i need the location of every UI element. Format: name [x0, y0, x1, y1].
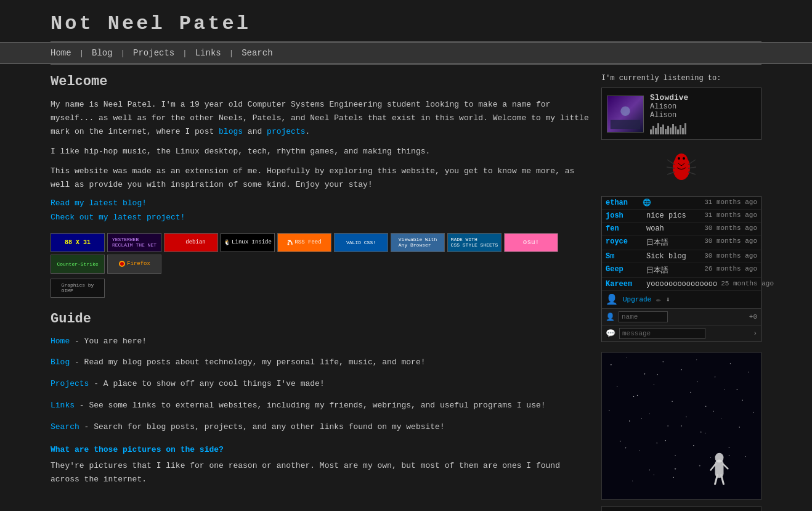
svg-point-42 — [721, 419, 721, 419]
badge-valid-css: VALID CSS! — [334, 233, 388, 252]
svg-point-48 — [675, 455, 675, 456]
svg-point-30 — [654, 384, 654, 385]
shout-time-ethan: 31 months ago — [704, 198, 757, 207]
svg-point-32 — [690, 392, 691, 393]
what-those-heading: What are those pictures on the side? — [51, 445, 589, 454]
svg-point-50 — [710, 457, 711, 458]
shout-user-royce: royce — [606, 237, 643, 248]
shout-msg-ethan — [654, 198, 704, 207]
svg-point-37 — [629, 420, 630, 421]
nav-blog[interactable]: Blog — [92, 48, 113, 58]
svg-point-33 — [705, 406, 706, 407]
starfield-bg — [602, 353, 761, 499]
shout-time-royce: 30 months ago — [704, 237, 757, 248]
badge-row: 88 X 31 YESTERWEBRECLAIM THE NET debian … — [51, 233, 589, 274]
shout-msg-kareem: yooooooooooooooo — [643, 280, 721, 288]
svg-point-43 — [739, 427, 740, 428]
svg-point-4 — [120, 262, 124, 266]
lastfm-info: Slowdive Alison Alison — [650, 93, 756, 134]
svg-point-23 — [681, 369, 681, 370]
badge-viewable: Viewable WithAny Browser — [391, 233, 445, 252]
shout-message-input[interactable] — [619, 328, 705, 339]
shout-time-sm: 30 months ago — [704, 252, 757, 261]
shout-entry-ethan: ethan 🌐 31 months ago — [602, 197, 761, 210]
guide-item-blog: Blog - Read my blog posts about technolo… — [51, 356, 589, 369]
nav-sep-2: | — [120, 49, 130, 58]
lastfm-artist: Slowdive — [650, 93, 756, 102]
blogs-link[interactable]: blogs — [219, 127, 243, 136]
latest-project-link[interactable]: Check out my latest project! — [51, 213, 589, 222]
spider-widget — [601, 146, 761, 186]
nav-links[interactable]: Links — [195, 48, 221, 58]
svg-line-17 — [688, 172, 696, 174]
svg-point-52 — [745, 456, 746, 457]
nav-bar: Home | Blog | Projects | Links | Search — [0, 42, 812, 64]
shoutbox-message-row: 💬 › — [602, 325, 761, 341]
what-those-answer: They're pictures that I like for one rea… — [51, 459, 589, 486]
nav-sep-4: | — [229, 49, 239, 58]
shout-user-kareem: Kareem — [606, 280, 643, 288]
badge-linux: 🐧Linux Inside — [221, 233, 275, 252]
svg-point-61 — [699, 465, 700, 467]
svg-line-12 — [667, 160, 675, 165]
latest-blog-link[interactable]: Read my latest blog! — [51, 198, 589, 208]
svg-line-57 — [711, 464, 716, 470]
svg-point-28 — [617, 386, 617, 386]
badge-osu: osu! — [504, 233, 558, 252]
badge-firefox: Firefox — [107, 255, 161, 274]
shoutbox: ethan 🌐 31 months ago josh nice pics 31 … — [601, 196, 761, 342]
shout-msg-fen: woah — [643, 224, 704, 233]
svg-point-0 — [177, 239, 183, 245]
svg-point-6 — [620, 106, 630, 115]
listening-widget: I'm currently listening to: — [601, 74, 761, 186]
svg-rect-64 — [602, 507, 761, 511]
nav-search[interactable]: Search — [242, 48, 272, 58]
nav-projects[interactable]: Projects — [133, 48, 174, 58]
svg-point-10 — [678, 157, 680, 160]
guide-links-link[interactable]: Links — [51, 401, 75, 410]
nav-sep-3: | — [182, 49, 192, 58]
guide-item-projects: Projects - A place to show off any cool … — [51, 378, 589, 391]
arrow-right-icon: › — [753, 330, 757, 337]
site-title: Not Neel Patel — [51, 12, 761, 35]
svg-point-34 — [724, 389, 725, 390]
shout-time-geep: 26 months ago — [704, 265, 757, 276]
shout-entry-sm: Sm Sick blog 30 months ago — [602, 250, 761, 263]
svg-point-40 — [686, 417, 686, 417]
person-icon-2: 👤 — [606, 313, 615, 322]
sidebar: I'm currently listening to: — [601, 74, 761, 511]
shout-name-input[interactable] — [619, 311, 668, 322]
projects-link[interactable]: projects — [267, 127, 305, 136]
svg-point-24 — [696, 359, 697, 360]
badge-debian: debian — [164, 233, 218, 252]
send-count: +0 — [749, 313, 757, 321]
shout-entry-josh: josh nice pics 31 months ago — [602, 210, 761, 223]
svg-point-41 — [700, 431, 701, 432]
welcome-heading: Welcome — [51, 74, 589, 89]
guide-search-link[interactable]: Search — [51, 422, 79, 431]
svg-point-46 — [639, 450, 640, 451]
sidebar-image-2: [ image ] — [601, 506, 761, 511]
guide-blog-link[interactable]: Blog — [51, 358, 70, 367]
guide-projects-link[interactable]: Projects — [51, 379, 89, 388]
lastfm-bars — [650, 122, 756, 134]
guide-blog-desc: - Read my blog posts about technology, m… — [70, 358, 425, 367]
lastfm-track2: Alison — [650, 111, 756, 120]
svg-point-26 — [730, 363, 731, 364]
shoutbox-name-row: 👤 +0 — [602, 308, 761, 325]
shout-msg-geep: 日本語 — [643, 265, 704, 276]
shoutbox-widget: ethan 🌐 31 months ago josh nice pics 31 … — [601, 196, 761, 342]
welcome-paragraph2: I like hip-hop music, the Linux desktop,… — [51, 145, 589, 158]
shout-time-kareem: 25 months ago — [721, 280, 774, 288]
shoutbox-controls-row: 👤 Upgrade ✏️ ⬇ — [602, 291, 761, 308]
svg-point-20 — [626, 357, 627, 358]
svg-line-15 — [688, 160, 696, 165]
guide-home-link[interactable]: Home — [51, 337, 70, 346]
sidebar-image-1 — [601, 352, 761, 500]
guide-item-home: Home - You are here! — [51, 335, 589, 348]
spider-icon — [666, 146, 697, 186]
shout-msg-sm: Sick blog — [643, 252, 704, 261]
nav-home[interactable]: Home — [51, 48, 71, 58]
upgrade-button[interactable]: Upgrade — [623, 296, 651, 303]
main-content: Welcome My name is Neel Patel. I'm a 19 … — [51, 74, 589, 511]
